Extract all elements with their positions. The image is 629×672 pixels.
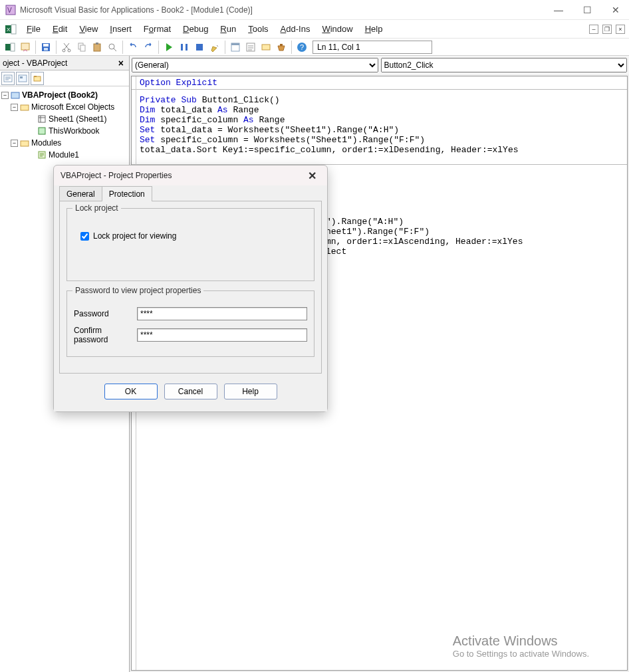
svg-rect-37 bbox=[21, 141, 29, 146]
lock-project-legend: Lock project bbox=[72, 203, 121, 213]
view-code-icon[interactable] bbox=[1, 72, 15, 85]
minimize-button[interactable]: — bbox=[550, 2, 567, 18]
dialog-buttons: OK Cancel Help bbox=[59, 374, 322, 406]
code-dropdowns: (General) Button2_Click bbox=[130, 56, 629, 74]
tree-root[interactable]: − VBAProject (Book2) bbox=[1, 89, 128, 101]
ok-button[interactable]: OK bbox=[104, 384, 158, 399]
module-icon bbox=[37, 150, 47, 160]
collapse-icon[interactable]: − bbox=[11, 140, 18, 147]
cancel-button[interactable]: Cancel bbox=[164, 384, 217, 399]
maximize-button[interactable]: ☐ bbox=[579, 2, 596, 18]
svg-rect-5 bbox=[5, 44, 11, 51]
object-dropdown[interactable]: (General) bbox=[132, 58, 378, 72]
menu-run[interactable]: Run bbox=[215, 21, 241, 37]
dialog-close-button[interactable]: ✕ bbox=[304, 168, 320, 183]
menu-addins[interactable]: Add-Ins bbox=[275, 21, 316, 37]
cut-icon[interactable] bbox=[59, 40, 74, 55]
close-button[interactable]: ✕ bbox=[608, 2, 624, 18]
password-fieldset: Password to view project properties Pass… bbox=[66, 290, 314, 357]
titlebar: V Microsoft Visual Basic for Application… bbox=[0, 0, 629, 20]
tree-modules[interactable]: − Modules bbox=[1, 137, 128, 149]
toolbox-icon[interactable] bbox=[274, 40, 289, 55]
copy-icon[interactable] bbox=[74, 40, 89, 55]
view-excel-icon[interactable] bbox=[3, 40, 17, 55]
dialog-title: VBAProject - Project Properties bbox=[61, 171, 172, 180]
redo-icon[interactable] bbox=[141, 40, 156, 55]
help-icon[interactable]: ? bbox=[295, 40, 309, 55]
tree-sheet1[interactable]: Sheet1 (Sheet1) bbox=[1, 113, 128, 125]
collapse-icon[interactable]: − bbox=[11, 104, 18, 111]
collapse-icon[interactable]: − bbox=[1, 92, 9, 99]
svg-rect-36 bbox=[39, 128, 45, 134]
dialog-titlebar[interactable]: VBAProject - Project Properties ✕ bbox=[54, 166, 327, 185]
procedure-dropdown[interactable]: Button2_Click bbox=[381, 58, 628, 72]
tree-module1[interactable]: Module1 bbox=[1, 149, 128, 161]
project-icon bbox=[11, 90, 20, 100]
menu-file[interactable]: File bbox=[21, 21, 46, 37]
svg-rect-16 bbox=[96, 43, 98, 45]
run-icon[interactable] bbox=[162, 40, 176, 55]
confirm-password-label: Confirm password bbox=[74, 326, 137, 344]
menu-edit[interactable]: Edit bbox=[47, 21, 72, 37]
menu-insert[interactable]: Insert bbox=[104, 21, 137, 37]
object-browser-icon[interactable] bbox=[259, 40, 273, 55]
window-controls: — ☐ ✕ bbox=[550, 2, 624, 18]
menu-tools[interactable]: Tools bbox=[243, 21, 273, 37]
project-explorer-toolbar bbox=[0, 70, 129, 86]
project-explorer-title: oject - VBAProject bbox=[3, 58, 67, 68]
help-button[interactable]: Help bbox=[224, 384, 277, 399]
dialog-tabs: General Protection bbox=[59, 185, 322, 201]
tree-excel-objects[interactable]: − Microsoft Excel Objects bbox=[1, 101, 128, 113]
confirm-password-input[interactable] bbox=[137, 328, 307, 342]
password-legend: Password to view project properties bbox=[72, 286, 203, 295]
tab-protection[interactable]: Protection bbox=[102, 186, 152, 201]
project-explorer-icon[interactable] bbox=[228, 40, 243, 55]
menu-window[interactable]: Window bbox=[316, 21, 358, 37]
lock-project-label: Lock project for viewing bbox=[93, 231, 176, 241]
tab-general[interactable]: General bbox=[59, 186, 102, 201]
menu-format[interactable]: Format bbox=[138, 21, 176, 37]
break-icon[interactable] bbox=[177, 40, 191, 55]
mdi-close[interactable]: × bbox=[616, 25, 625, 34]
insert-object-icon[interactable] bbox=[18, 40, 33, 55]
panel-close-button[interactable]: × bbox=[116, 58, 126, 68]
svg-rect-34 bbox=[21, 105, 29, 110]
tree-thisworkbook[interactable]: ThisWorkbook bbox=[1, 125, 128, 137]
svg-rect-6 bbox=[11, 43, 15, 51]
view-object-icon[interactable] bbox=[16, 72, 29, 85]
password-input[interactable] bbox=[137, 307, 307, 320]
toggle-folders-icon[interactable] bbox=[31, 72, 44, 85]
menu-help[interactable]: Help bbox=[360, 21, 388, 37]
svg-text:?: ? bbox=[300, 43, 304, 51]
properties-icon[interactable] bbox=[243, 40, 258, 55]
dialog-body: General Protection Lock project Lock pro… bbox=[54, 185, 327, 411]
svg-text:X: X bbox=[7, 27, 11, 33]
menu-debug[interactable]: Debug bbox=[178, 21, 213, 37]
lock-project-fieldset: Lock project Lock project for viewing bbox=[66, 208, 314, 281]
paste-icon[interactable] bbox=[90, 40, 104, 55]
svg-rect-25 bbox=[280, 44, 283, 46]
sheet-icon bbox=[37, 114, 47, 124]
svg-rect-32 bbox=[34, 76, 37, 77]
cursor-position: Ln 11, Col 1 bbox=[313, 41, 432, 54]
svg-rect-31 bbox=[34, 76, 41, 81]
menu-view[interactable]: View bbox=[74, 21, 103, 37]
save-icon[interactable] bbox=[39, 40, 53, 55]
find-icon[interactable] bbox=[105, 40, 120, 55]
svg-rect-22 bbox=[231, 43, 239, 45]
svg-rect-7 bbox=[21, 43, 29, 50]
workbook-icon bbox=[37, 126, 47, 136]
mdi-minimize[interactable]: – bbox=[589, 25, 598, 34]
folder-icon bbox=[20, 102, 29, 112]
design-mode-icon[interactable] bbox=[207, 40, 222, 55]
lock-project-checkbox[interactable] bbox=[80, 232, 89, 241]
excel-icon[interactable]: X bbox=[4, 23, 17, 36]
reset-icon[interactable] bbox=[192, 40, 207, 55]
svg-rect-24 bbox=[262, 45, 270, 50]
svg-text:V: V bbox=[7, 7, 12, 14]
password-label: Password bbox=[74, 309, 137, 318]
mdi-restore[interactable]: ❐ bbox=[602, 25, 612, 34]
svg-rect-30 bbox=[20, 76, 23, 78]
mdi-controls: – ❐ × bbox=[589, 25, 625, 34]
undo-icon[interactable] bbox=[126, 40, 140, 55]
